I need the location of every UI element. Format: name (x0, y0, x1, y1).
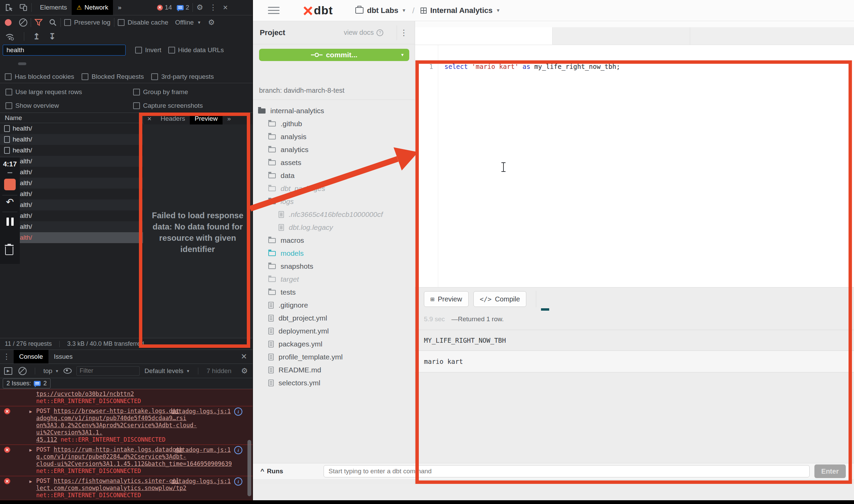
runs-toggle[interactable]: ^ Runs (260, 468, 283, 475)
expand-triangle-icon[interactable]: ▶ (29, 408, 32, 415)
group-by-frame-checkbox[interactable]: Group by frame (133, 88, 188, 96)
file-tree-item[interactable]: assets (253, 156, 415, 169)
execution-context-dropdown[interactable]: top▼ (43, 367, 59, 375)
commit-button[interactable]: commit... ▼ (259, 49, 409, 61)
disable-cache-checkbox[interactable]: Disable cache (118, 19, 168, 26)
file-tree-item[interactable]: analysis (253, 130, 415, 143)
type-filter[interactable] (46, 62, 54, 65)
type-filter[interactable] (102, 62, 110, 65)
file-tree-item[interactable]: tests (253, 286, 415, 299)
file-tree-item[interactable]: selectors.yml (253, 376, 415, 389)
preview-button[interactable]: ⊞ Preview (424, 291, 469, 307)
network-request-row[interactable]: health/ (0, 123, 143, 134)
network-request-row[interactable]: health/ (0, 145, 143, 156)
type-filter[interactable] (18, 62, 26, 65)
console-sidebar-icon[interactable]: ▶ (4, 367, 12, 375)
type-filter[interactable] (116, 62, 124, 65)
compile-button[interactable]: </> Compile (473, 291, 527, 307)
recorder-minimize-icon[interactable] (8, 172, 12, 173)
live-expression-icon[interactable] (63, 368, 72, 374)
file-tree-item[interactable]: models (253, 247, 415, 260)
console-error[interactable]: ✕ ▶ datadog-rum.js:1 i POST https://rum-… (0, 445, 253, 476)
source-location-link[interactable]: datadog-rum.js:1 (175, 446, 231, 454)
tab-console[interactable]: Console (14, 350, 48, 364)
file-tree-item[interactable]: .gitignore (253, 299, 415, 312)
type-filter[interactable] (60, 62, 68, 65)
network-request-row[interactable]: health/ (0, 189, 143, 199)
filter-funnel-icon[interactable] (34, 19, 43, 26)
network-filter-input[interactable] (3, 45, 126, 56)
file-tree-item[interactable]: internal-analytics (253, 104, 415, 117)
console-error-badge[interactable]: ✕ 14 (157, 4, 172, 11)
network-request-row[interactable]: health/ (0, 232, 143, 243)
pause-recording-icon[interactable] (6, 218, 14, 226)
info-icon[interactable]: i (234, 407, 242, 416)
commit-dropdown-icon[interactable]: ▼ (400, 53, 404, 57)
restart-recording-icon[interactable]: ↶ (6, 197, 14, 207)
file-tree-item[interactable]: target (253, 273, 415, 286)
import-har-icon[interactable]: ↥ (33, 32, 40, 41)
info-icon[interactable]: i (234, 446, 242, 454)
console-error[interactable]: ✕ ▶ datadog-logs.js:1 i POST https://fis… (0, 476, 253, 500)
network-request-row[interactable]: health/ (0, 134, 143, 145)
console-filter-input[interactable] (76, 366, 140, 376)
file-tree-item[interactable]: macros (253, 234, 415, 247)
type-filter[interactable] (32, 62, 40, 65)
expand-triangle-icon[interactable]: ▶ (29, 446, 32, 454)
clear-network-icon[interactable] (19, 18, 27, 27)
tab-network[interactable]: ⚠Network (72, 0, 113, 15)
file-tree-item[interactable]: .nfc3665c416bfecb1000000cf (253, 208, 415, 221)
invert-checkbox[interactable]: Invert (135, 46, 161, 54)
close-detail-icon[interactable]: ✕ (143, 116, 156, 122)
dbt-command-input[interactable] (324, 465, 810, 477)
request-url-link[interactable]: https://browser-http-intake.logs.dat (54, 407, 179, 414)
log-levels-dropdown[interactable]: Default levels▼ (144, 367, 190, 375)
account-selector[interactable]: dbt Labs ▼ (355, 6, 406, 15)
request-url-link[interactable]: https://fishtownanalytics.sinter-col (54, 477, 179, 484)
enter-button[interactable]: Enter (814, 464, 846, 478)
file-tree-item[interactable]: analytics (253, 143, 415, 156)
dbt-logo[interactable]: × dbt (303, 2, 333, 19)
request-url-link[interactable]: https://rum-http-intake.logs.datadogh (54, 446, 183, 453)
type-filter[interactable] (158, 62, 166, 65)
more-tabs-icon[interactable]: » (113, 0, 126, 15)
device-toolbar-icon[interactable] (19, 3, 28, 12)
project-selector[interactable]: Internal Analytics ▼ (421, 6, 500, 15)
tab-issues[interactable]: Issues (48, 350, 78, 364)
throttling-dropdown[interactable]: Offline▼ (175, 19, 201, 26)
close-drawer-icon[interactable]: ✕ (241, 352, 247, 361)
source-location-link[interactable]: datadog-logs.js:1 (171, 478, 231, 485)
console-settings-gear-icon[interactable]: ⚙ (241, 367, 248, 375)
has-blocked-cookies-checkbox[interactable]: Has blocked cookies (5, 73, 74, 80)
expand-triangle-icon[interactable]: ▶ (29, 478, 32, 485)
devtools-menu-icon[interactable]: ⋮ (209, 3, 217, 12)
result-cell[interactable]: mario kart (415, 351, 854, 372)
export-har-icon[interactable]: ↧ (49, 32, 56, 41)
blocked-requests-checkbox[interactable]: Blocked Requests (82, 73, 144, 80)
file-tree-item[interactable]: dbt_project.yml (253, 312, 415, 325)
file-tree-item[interactable]: dbt.log.legacy (253, 221, 415, 234)
file-tree-item[interactable]: README.md (253, 364, 415, 376)
preserve-log-checkbox[interactable]: Preserve log (64, 19, 111, 26)
stop-recording-button[interactable] (4, 179, 16, 190)
record-icon[interactable] (5, 19, 12, 26)
file-tree-item[interactable]: packages.yml (253, 338, 415, 351)
network-request-row[interactable]: health/ (0, 167, 143, 178)
editor-tab[interactable] (553, 27, 690, 45)
file-tree-item[interactable]: dbt_packages (253, 182, 415, 195)
network-request-row[interactable]: health/ (0, 221, 143, 232)
source-location-link[interactable]: datadog-logs.js:1 (171, 408, 231, 415)
use-large-request-rows-checkbox[interactable]: Use large request rows (5, 88, 82, 96)
type-filter[interactable] (4, 62, 12, 65)
console-menu-icon[interactable]: ⋮ (3, 352, 10, 361)
issues-counter-chip[interactable]: 2 Issues: 2 (3, 379, 51, 388)
type-filter[interactable] (144, 62, 152, 65)
network-request-row[interactable]: health/ (0, 156, 143, 167)
file-tree-item[interactable]: profile_template.yml (253, 351, 415, 364)
tab-preview[interactable]: Preview (190, 113, 223, 124)
console-error[interactable]: ✕ ▶ datadog-logs.js:1 i POST https://bro… (0, 406, 253, 445)
hide-data-urls-checkbox[interactable]: Hide data URLs (168, 46, 224, 54)
sql-editor[interactable]: 1 select 'mario kart' as my_life_right_n… (415, 45, 854, 287)
show-overview-checkbox[interactable]: Show overview (5, 102, 59, 109)
hamburger-menu-icon[interactable] (268, 5, 280, 16)
